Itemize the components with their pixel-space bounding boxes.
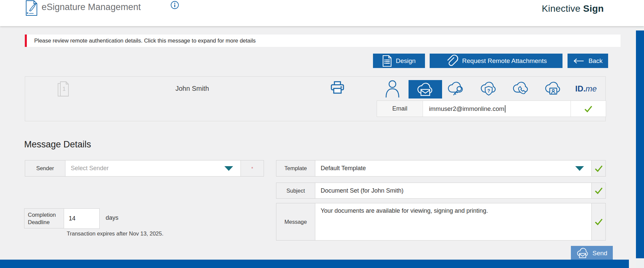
scrollbar-thumb[interactable]: [636, 30, 644, 258]
message-textarea[interactable]: Your documents are available for viewing…: [315, 203, 592, 241]
brand-bold: Sign: [583, 3, 604, 14]
design-button[interactable]: Design: [373, 54, 425, 68]
completion-deadline-input[interactable]: [64, 208, 100, 229]
auth-cloud-photo-id-icon[interactable]: [544, 81, 562, 98]
auth-cloud-email-icon-active[interactable]: [409, 80, 442, 98]
check-icon: [594, 217, 603, 226]
email-valid-cell: [571, 101, 606, 117]
transaction-expiry-note: Transaction expires after Nov 13, 2025.: [67, 230, 163, 237]
auth-user-icon[interactable]: [385, 79, 400, 98]
subject-row: Subject Document Set (for John Smith): [276, 183, 606, 199]
email-input[interactable]: immuser2@immonline.com: [423, 101, 571, 117]
sender-row: Sender Select Sender *: [25, 160, 264, 177]
auth-cloud-security-question-icon[interactable]: ?: [480, 81, 498, 98]
notification-banner[interactable]: Please review remote authentication deta…: [25, 35, 621, 47]
template-select[interactable]: Default Template: [315, 160, 592, 177]
subject-label: Subject: [276, 183, 315, 199]
auth-cloud-phone-icon[interactable]: [512, 81, 530, 98]
brand-regular: Kinective: [542, 3, 580, 14]
completion-deadline-label: Completion Deadline: [24, 208, 64, 228]
deadline-unit-label: days: [106, 214, 118, 221]
printer-icon[interactable]: [330, 81, 344, 95]
template-label: Template: [276, 160, 315, 177]
check-icon: [584, 105, 593, 113]
design-button-label: Design: [396, 57, 416, 65]
auth-cloud-key-icon[interactable]: [447, 81, 465, 98]
page-title: eSignature Management: [42, 2, 141, 12]
cloud-email-icon: [417, 82, 434, 97]
chevron-down-icon: [224, 166, 233, 171]
request-remote-attachments-label: Request Remote Attachments: [462, 57, 547, 65]
svg-text:?: ?: [487, 88, 490, 93]
auth-idme-icon[interactable]: ID.me: [575, 84, 597, 93]
design-document-icon: [382, 55, 392, 67]
email-label: Email: [377, 101, 423, 117]
esignature-document-icon: [25, 0, 38, 16]
message-value: Your documents are available for viewing…: [321, 207, 488, 214]
sender-label: Sender: [25, 160, 65, 177]
message-row: Message Your documents are available for…: [276, 203, 606, 241]
send-cloud-email-icon: [576, 248, 589, 259]
message-valid-cell: [592, 203, 606, 241]
alert-accent-bar: [25, 35, 27, 47]
bottom-bar: [0, 260, 629, 268]
sender-required-cell: *: [241, 160, 264, 177]
document-count-icon: 1: [57, 81, 70, 97]
app-header: eSignature Management Kinective Sign: [0, 0, 644, 26]
back-arrow-icon: [573, 58, 584, 64]
send-button-label: Send: [592, 250, 607, 257]
email-row: Email immuser2@immonline.com: [377, 100, 606, 117]
notification-text: Please review remote authentication deta…: [34, 38, 256, 44]
template-valid-cell: [592, 160, 606, 177]
sender-select[interactable]: Select Sender: [65, 160, 241, 177]
scrollbar-track: [636, 26, 644, 268]
text-cursor: [505, 105, 505, 113]
sender-placeholder: Select Sender: [71, 165, 109, 172]
check-icon: [594, 164, 603, 173]
info-icon[interactable]: [170, 1, 179, 9]
document-count: 1: [62, 86, 65, 92]
idme-logo-id: ID.: [575, 84, 586, 93]
message-details-heading: Message Details: [24, 139, 91, 150]
idme-logo-me: me: [586, 84, 597, 93]
brand-logo: Kinective Sign: [542, 3, 604, 14]
chevron-down-icon: [575, 166, 584, 171]
recipient-name: John Smith: [133, 85, 251, 92]
template-row: Template Default Template: [276, 160, 606, 177]
subject-valid-cell: [592, 183, 606, 199]
recipient-card: 1 John Smith ?: [25, 76, 606, 121]
check-icon: [594, 186, 603, 195]
subject-value: Document Set (for John Smith): [321, 187, 404, 194]
email-value: immuser2@immonline.com: [429, 105, 504, 113]
required-asterisk: *: [251, 166, 253, 171]
send-button[interactable]: Send: [571, 246, 613, 260]
back-button-label: Back: [588, 57, 602, 65]
request-remote-attachments-button[interactable]: Request Remote Attachments: [430, 54, 562, 68]
back-button[interactable]: Back: [568, 54, 608, 68]
subject-input[interactable]: Document Set (for John Smith): [315, 183, 592, 199]
message-label: Message: [276, 203, 315, 241]
paperclip-icon: [445, 55, 458, 67]
template-value: Default Template: [321, 165, 366, 172]
